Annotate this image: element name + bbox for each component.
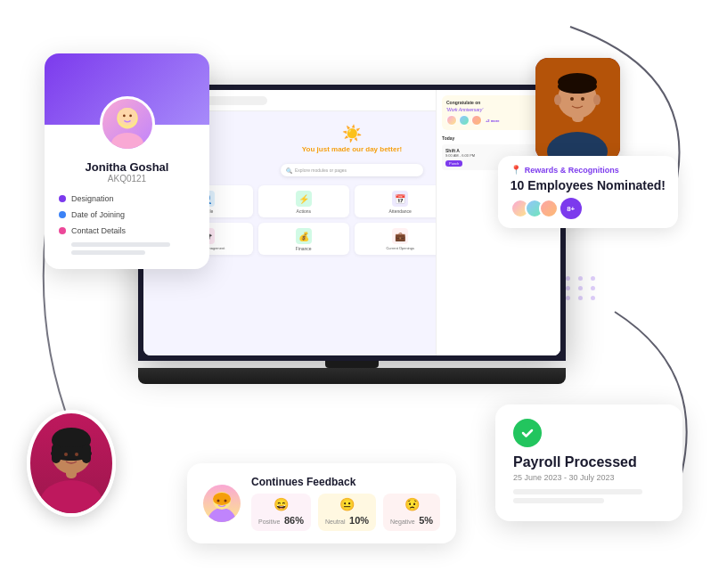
- field-placeholder-lines: [59, 242, 195, 255]
- rewards-title: 10 Employees Nominated!: [511, 178, 666, 192]
- man-svg: [535, 58, 620, 160]
- negative-value: 5%: [419, 515, 433, 526]
- pin-icon: 📍: [511, 165, 521, 175]
- rewards-avatars: 8+: [511, 198, 666, 219]
- svg-point-1: [110, 133, 143, 151]
- payroll-card: Payroll Processed 25 June 2023 - 30 July…: [495, 404, 682, 521]
- feedback-stats: 😄 Positive 86% 😐 Neutral 10% 😟 Negative …: [251, 494, 440, 531]
- module-label-attendance: Attendance: [358, 208, 443, 214]
- module-actions[interactable]: ⚡ Actions: [258, 185, 350, 217]
- payroll-line-2: [513, 498, 604, 503]
- mini-avatar-3: [471, 115, 482, 126]
- woman-svg: [30, 413, 112, 513]
- person-woman: [27, 410, 116, 517]
- module-finance[interactable]: 💰 Finance: [258, 223, 350, 255]
- svg-point-12: [64, 453, 68, 456]
- actions-module-icon: ⚡: [296, 191, 312, 207]
- payroll-check-icon: [513, 419, 542, 447]
- svg-rect-11: [82, 444, 91, 463]
- welcome-highlight: our day better!: [350, 145, 402, 153]
- svg-point-3: [123, 115, 126, 118]
- profile-card: Jonitha Goshal AKQ0121 Designation Date …: [45, 53, 209, 269]
- profile-name: Jonitha Goshal: [59, 160, 195, 174]
- field-indicator: [59, 227, 66, 234]
- svg-point-2: [118, 108, 136, 126]
- person-man: [535, 58, 620, 160]
- laptop-base: [138, 368, 566, 384]
- field-label-contact: Contact Details: [71, 226, 126, 235]
- svg-point-21: [581, 97, 584, 101]
- neutral-value: 10%: [349, 515, 369, 526]
- payroll-date: 25 June 2023 - 30 July 2023: [513, 473, 665, 482]
- field-indicator: [59, 211, 66, 218]
- neutral-label: Neutral: [325, 519, 346, 525]
- svg-point-23: [593, 94, 600, 105]
- rewards-label-text: Rewards & Recognitions: [525, 166, 619, 175]
- sun-icon: ☀️: [342, 124, 362, 143]
- field-joining: Date of Joining: [59, 210, 195, 219]
- positive-emoji: 😄: [258, 497, 304, 511]
- more-count: +2 more: [486, 118, 499, 123]
- svg-point-27: [217, 500, 220, 502]
- feedback-avatar: [203, 485, 241, 522]
- module-label-actions: Actions: [262, 208, 347, 214]
- module-openings[interactable]: 💼 Current Openings: [355, 223, 446, 255]
- negative-emoji: 😟: [390, 497, 433, 511]
- feedback-content: Continues Feedback 😄 Positive 86% 😐 Neut…: [251, 476, 440, 531]
- feedback-neutral: 😐 Neutral 10%: [318, 494, 376, 531]
- reward-avatar-3: [539, 199, 559, 218]
- field-label-joining: Date of Joining: [71, 210, 125, 219]
- feedback-title: Continues Feedback: [251, 476, 440, 488]
- field-contact: Contact Details: [59, 226, 195, 235]
- svg-point-13: [75, 453, 78, 456]
- svg-point-28: [225, 500, 227, 502]
- avatar: [100, 96, 155, 151]
- welcome-main: You just made: [302, 145, 350, 153]
- payroll-line-1: [513, 489, 642, 494]
- feedback-negative: 😟 Negative 5%: [383, 494, 440, 531]
- negative-label: Negative: [390, 519, 415, 525]
- rewards-more-count: 8+: [560, 198, 582, 219]
- mini-avatar-1: [446, 115, 457, 126]
- module-attendance[interactable]: 📅 Attendance: [355, 185, 446, 217]
- module-label-openings: Current Openings: [358, 246, 443, 250]
- payroll-title: Payroll Processed: [513, 454, 665, 470]
- positive-label: Positive: [258, 519, 281, 525]
- svg-rect-10: [52, 444, 61, 463]
- mini-avatar-2: [459, 115, 470, 126]
- payroll-lines: [513, 489, 665, 503]
- field-designation: Designation: [59, 194, 195, 203]
- rewards-card: 📍 Rewards & Recognitions 10 Employees No…: [498, 156, 678, 228]
- laptop-notch: [325, 361, 379, 368]
- svg-point-22: [554, 94, 561, 105]
- module-label-finance: Finance: [262, 246, 347, 251]
- svg-point-24: [208, 508, 236, 522]
- svg-point-26: [213, 493, 231, 505]
- profile-fields: Designation Date of Joining Contact Deta…: [59, 194, 195, 255]
- attendance-module-icon: 📅: [392, 191, 408, 207]
- punch-button[interactable]: Punch: [445, 160, 462, 167]
- svg-point-5: [40, 480, 102, 513]
- positive-value: 86%: [284, 515, 304, 526]
- neutral-emoji: 😐: [325, 497, 369, 511]
- svg-point-4: [129, 115, 132, 118]
- svg-point-19: [558, 79, 597, 94]
- profile-id: AKQ0121: [59, 174, 195, 184]
- field-indicator: [59, 195, 66, 202]
- svg-point-20: [570, 97, 574, 101]
- rewards-label: 📍 Rewards & Recognitions: [511, 165, 666, 175]
- field-label-designation: Designation: [71, 194, 114, 203]
- profile-card-header: [45, 53, 209, 125]
- finance-module-icon: 💰: [296, 228, 312, 244]
- feedback-card: Continues Feedback 😄 Positive 86% 😐 Neut…: [187, 463, 456, 543]
- feedback-positive: 😄 Positive 86%: [251, 494, 311, 531]
- search-bar[interactable]: 🔍 Explore modules or pages: [281, 164, 423, 176]
- search-placeholder: Explore modules or pages: [295, 167, 347, 173]
- openings-module-icon: 💼: [392, 228, 408, 244]
